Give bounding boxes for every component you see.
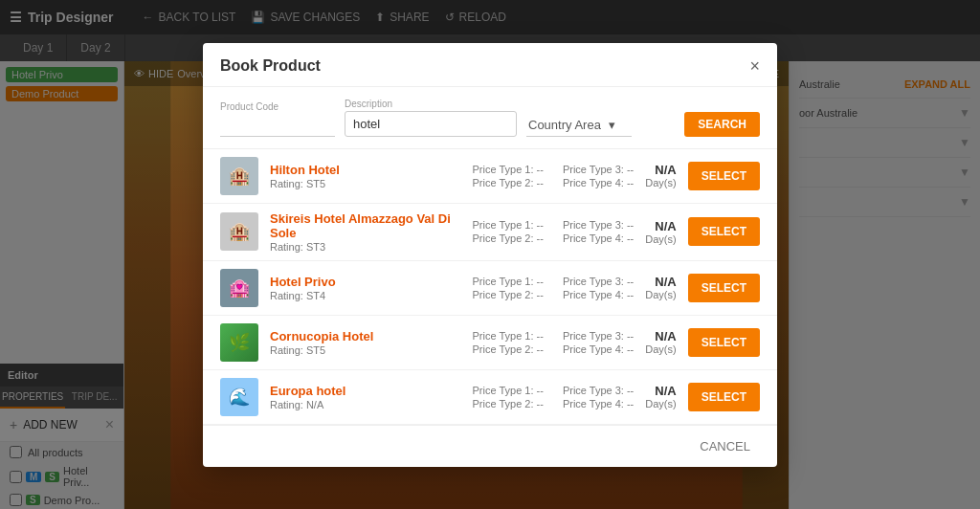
product-code-label: Product Code <box>220 101 335 112</box>
book-product-modal: Book Product × Product Code Description … <box>203 43 777 467</box>
hotel-name-link[interactable]: Hotel Privo <box>270 275 460 289</box>
hotel-thumbnail: 🏨 <box>220 157 258 195</box>
hotel-thumbnail: 🏩 <box>220 269 258 307</box>
select-button[interactable]: SELECT <box>688 162 760 190</box>
select-button[interactable]: SELECT <box>688 274 760 302</box>
results-list: 🏨 Hilton Hotel Rating: ST5 Price Type 1:… <box>203 149 777 425</box>
price-col-1: Price Type 1: -- Price Type 2: -- <box>472 330 543 355</box>
hotel-rating: Rating: ST5 <box>270 344 460 356</box>
na-days: N/A Day(s) <box>645 275 676 300</box>
hotel-rating: Rating: ST4 <box>270 290 460 301</box>
modal-overlay: Book Product × Product Code Description … <box>0 0 980 509</box>
table-row: 🏨 Skireis Hotel Almazzago Val Di Sole Ra… <box>203 204 777 261</box>
select-button[interactable]: SELECT <box>688 383 760 411</box>
hotel-rating: Rating: N/A <box>270 399 460 410</box>
price-col-2: Price Type 3: -- Price Type 4: -- <box>563 164 634 188</box>
description-input[interactable] <box>345 111 517 137</box>
hotel-thumbnail: 🌿 <box>220 323 258 362</box>
result-info: Europa hotel Rating: N/A <box>270 384 460 410</box>
price-columns: Price Type 1: -- Price Type 2: -- Price … <box>472 276 634 300</box>
price-columns: Price Type 1: -- Price Type 2: -- Price … <box>472 219 634 244</box>
hotel-name-link[interactable]: Cornucopia Hotel <box>270 329 460 343</box>
hotel-thumbnail: 🏨 <box>220 212 258 251</box>
price-col-1: Price Type 1: -- Price Type 2: -- <box>472 276 543 300</box>
modal-header: Book Product × <box>203 43 777 87</box>
country-area-select[interactable]: Country Area ▾ <box>526 114 632 137</box>
modal-footer: CANCEL <box>203 425 777 467</box>
search-button[interactable]: SEARCH <box>684 112 760 137</box>
price-col-1: Price Type 1: -- Price Type 2: -- <box>472 385 543 409</box>
price-col-2: Price Type 3: -- Price Type 4: -- <box>563 330 634 355</box>
price-col-2: Price Type 3: -- Price Type 4: -- <box>563 276 634 300</box>
select-button[interactable]: SELECT <box>688 328 760 357</box>
description-field: Description <box>345 99 517 137</box>
price-columns: Price Type 1: -- Price Type 2: -- Price … <box>472 164 634 188</box>
price-col-1: Price Type 1: -- Price Type 2: -- <box>472 219 543 244</box>
description-label: Description <box>345 99 517 109</box>
price-columns: Price Type 1: -- Price Type 2: -- Price … <box>472 330 634 355</box>
select-button[interactable]: SELECT <box>688 217 760 246</box>
table-row: 🌊 Europa hotel Rating: N/A Price Type 1:… <box>203 370 777 425</box>
modal-title: Book Product <box>220 57 321 75</box>
product-code-field: Product Code <box>220 101 335 137</box>
hotel-name-link[interactable]: Hilton Hotel <box>270 163 460 177</box>
price-col-1: Price Type 1: -- Price Type 2: -- <box>472 164 543 188</box>
na-days: N/A Day(s) <box>645 219 676 245</box>
modal-close-button[interactable]: × <box>749 56 760 77</box>
country-area-field: Country Area ▾ <box>526 114 632 137</box>
na-days: N/A Day(s) <box>645 163 676 188</box>
price-columns: Price Type 1: -- Price Type 2: -- Price … <box>472 385 634 409</box>
cancel-button[interactable]: CANCEL <box>690 435 760 457</box>
hotel-name-link[interactable]: Europa hotel <box>270 384 460 398</box>
na-days: N/A Day(s) <box>645 329 676 355</box>
na-days: N/A Day(s) <box>645 384 676 409</box>
dropdown-arrow-icon: ▾ <box>609 118 615 132</box>
hotel-name-link[interactable]: Skireis Hotel Almazzago Val Di Sole <box>270 211 460 240</box>
hotel-rating: Rating: ST5 <box>270 178 460 189</box>
table-row: 🏨 Hilton Hotel Rating: ST5 Price Type 1:… <box>203 149 777 204</box>
search-row: Product Code Description Country Area ▾ … <box>203 87 777 149</box>
price-col-2: Price Type 3: -- Price Type 4: -- <box>563 385 634 409</box>
result-info: Hilton Hotel Rating: ST5 <box>270 163 460 189</box>
table-row: 🏩 Hotel Privo Rating: ST4 Price Type 1: … <box>203 261 777 316</box>
hotel-rating: Rating: ST3 <box>270 241 460 253</box>
table-row: 🌿 Cornucopia Hotel Rating: ST5 Price Typ… <box>203 316 777 370</box>
hotel-thumbnail: 🌊 <box>220 378 258 416</box>
result-info: Skireis Hotel Almazzago Val Di Sole Rati… <box>270 211 460 253</box>
price-col-2: Price Type 3: -- Price Type 4: -- <box>563 219 634 244</box>
product-code-input[interactable] <box>220 114 335 137</box>
result-info: Cornucopia Hotel Rating: ST5 <box>270 329 460 356</box>
result-info: Hotel Privo Rating: ST4 <box>270 275 460 301</box>
